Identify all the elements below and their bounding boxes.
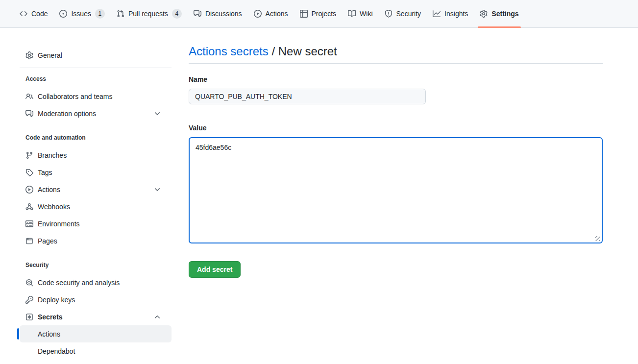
tab-security[interactable]: Security <box>381 0 425 27</box>
sidebar-section-access: AccessCollaborators and teamsModeration … <box>16 74 175 122</box>
sidebar-item-moderation-options[interactable]: Moderation options <box>20 105 172 122</box>
sidebar-item-label: Webhooks <box>38 203 70 211</box>
sidebar-item-label: Code security and analysis <box>38 279 120 287</box>
counter-badge: 4 <box>172 9 182 19</box>
counter-badge: 1 <box>95 9 105 19</box>
breadcrumb-current: New secret <box>278 45 337 58</box>
tab-label: Wiki <box>360 10 372 18</box>
sidebar-item-label: Actions <box>38 330 60 338</box>
tab-label: Insights <box>444 10 468 18</box>
comment-discussion-icon <box>194 10 201 18</box>
sidebar-section-header: Security <box>20 260 172 270</box>
page-layout: GeneralAccessCollaborators and teamsMode… <box>0 28 638 364</box>
sidebar-item-label: Secrets <box>38 313 63 321</box>
sidebar-item-general[interactable]: General <box>20 47 172 64</box>
sidebar-item-label: Dependabot <box>38 347 75 355</box>
sidebar-item-environments[interactable]: Environments <box>20 215 172 232</box>
tab-label: Settings <box>491 10 518 18</box>
name-label: Name <box>189 74 603 85</box>
play-icon <box>254 10 262 18</box>
sidebar-item-tags[interactable]: Tags <box>20 164 172 181</box>
sidebar-item-label: Moderation options <box>38 110 96 118</box>
sidebar-item-label: Collaborators and teams <box>38 93 113 100</box>
sidebar-item-code-security-and-analysis[interactable]: Code security and analysis <box>20 274 172 291</box>
sidebar-item-deploy-keys[interactable]: Deploy keys <box>20 291 172 308</box>
tag-icon <box>25 169 33 176</box>
git-pull-request-icon <box>117 10 124 18</box>
breadcrumb-separator: / <box>269 45 278 58</box>
key-asterisk-icon <box>25 313 33 321</box>
book-icon <box>348 10 356 18</box>
value-label: Value <box>189 123 603 133</box>
chevron-down-icon <box>153 110 161 118</box>
gear-icon <box>480 10 488 18</box>
tab-discussions[interactable]: Discussions <box>190 0 246 27</box>
sidebar-item-branches[interactable]: Branches <box>20 146 172 164</box>
secret-value-textarea[interactable]: 45fd6ae56c <box>189 137 603 243</box>
page-title: Actions secrets / New secret <box>189 44 603 64</box>
graph-icon <box>433 10 441 18</box>
tab-code[interactable]: Code <box>16 0 51 27</box>
sidebar-item-label: Environments <box>38 220 80 228</box>
key-icon <box>25 296 33 304</box>
sidebar-item-dependabot[interactable]: Dependabot <box>20 342 172 360</box>
tab-label: Security <box>396 10 421 18</box>
sidebar-section-code-and-automation: Code and automationBranchesTagsActionsWe… <box>16 133 175 249</box>
sidebar-section-security: SecurityCode security and analysisDeploy… <box>16 260 175 360</box>
tab-label: Projects <box>312 10 337 18</box>
sidebar-section-header: Access <box>20 74 172 84</box>
tab-label: Actions <box>266 10 288 18</box>
gear-icon <box>25 51 33 59</box>
sidebar-item-collaborators-and-teams[interactable]: Collaborators and teams <box>20 88 172 105</box>
sidebar-item-actions[interactable]: Actions <box>20 181 172 198</box>
tab-label: Discussions <box>205 10 242 18</box>
actions-secrets-breadcrumb-link[interactable]: Actions secrets <box>189 45 269 58</box>
chevron-down-icon <box>153 186 161 194</box>
sidebar-item-pages[interactable]: Pages <box>20 232 172 249</box>
settings-sidebar: GeneralAccessCollaborators and teamsMode… <box>16 40 175 364</box>
sidebar-section-header: Code and automation <box>20 133 172 143</box>
tab-actions[interactable]: Actions <box>250 0 292 27</box>
sidebar-item-label: Deploy keys <box>38 296 75 304</box>
tab-projects[interactable]: Projects <box>296 0 341 27</box>
tab-label: Code <box>31 10 48 18</box>
tab-pull-requests[interactable]: Pull requests4 <box>113 0 186 27</box>
chevron-up-icon <box>153 313 161 321</box>
sidebar-item-label: Pages <box>38 237 57 245</box>
comment-discussion-icon <box>25 110 33 118</box>
sidebar-item-label: Actions <box>38 186 60 194</box>
issue-opened-icon <box>59 10 67 18</box>
sidebar-item-secrets[interactable]: Secrets <box>20 308 172 325</box>
tab-label: Issues <box>71 10 91 18</box>
sidebar-item-webhooks[interactable]: Webhooks <box>20 198 172 215</box>
value-textarea-wrap: 45fd6ae56c <box>189 137 603 243</box>
tab-settings[interactable]: Settings <box>476 0 522 27</box>
sidebar-item-actions[interactable]: Actions <box>20 325 172 342</box>
add-secret-button[interactable]: Add secret <box>189 261 241 278</box>
code-icon <box>20 10 27 18</box>
tab-wiki[interactable]: Wiki <box>344 0 376 27</box>
git-branch-icon <box>25 151 33 159</box>
main-content: Actions secrets / New secret Name Value … <box>189 40 603 278</box>
secret-name-input[interactable] <box>189 89 426 104</box>
repo-nav: CodeIssues1Pull requests4DiscussionsActi… <box>0 0 638 28</box>
shield-icon <box>385 10 393 18</box>
webhook-icon <box>25 203 33 211</box>
sidebar-section: General <box>16 47 175 64</box>
sidebar-item-label: Branches <box>38 151 67 159</box>
tab-issues[interactable]: Issues1 <box>55 0 108 27</box>
codescan-icon <box>25 279 33 287</box>
browser-icon <box>25 237 33 245</box>
tab-insights[interactable]: Insights <box>429 0 472 27</box>
play-icon <box>25 186 33 194</box>
sidebar-item-label: General <box>38 51 62 59</box>
server-icon <box>25 220 33 228</box>
people-icon <box>25 93 33 100</box>
sidebar-divider <box>20 68 172 68</box>
tab-label: Pull requests <box>128 10 168 18</box>
sidebar-item-label: Tags <box>38 169 52 176</box>
table-icon <box>300 10 308 18</box>
